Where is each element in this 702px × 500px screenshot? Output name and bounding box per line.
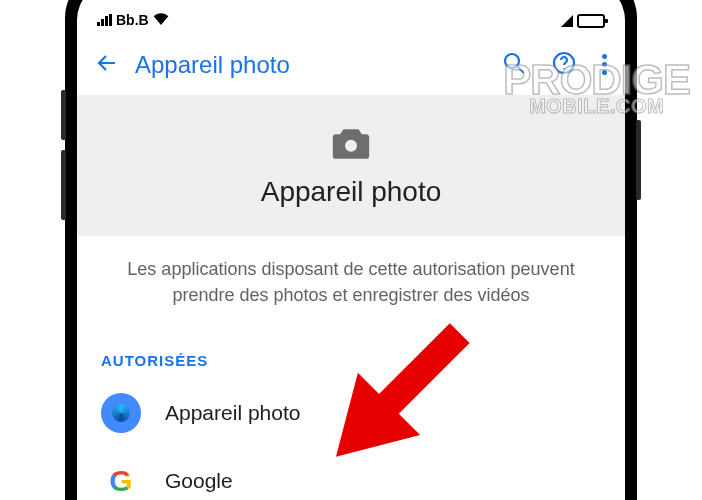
svg-point-5 [344,138,359,153]
volume-up-button [61,90,66,140]
app-label: Appareil photo [165,401,300,425]
power-button [636,120,641,200]
app-row[interactable]: G Google [77,447,625,500]
status-bar: Bb.B [77,0,625,34]
permission-hero: Appareil photo [77,96,625,236]
camera-icon [331,148,371,165]
app-label: Google [165,469,233,493]
cellular-signal-icon [97,14,112,26]
back-arrow-icon[interactable] [95,51,119,79]
volume-down-button [61,150,66,220]
watermark: PRODIGE MOBILE.COM [503,62,690,115]
carrier-label: Bb.B [116,12,149,28]
page-title: Appareil photo [135,51,486,79]
wifi-icon [153,12,169,28]
camera-app-icon [101,393,141,433]
watermark-line2: MOBILE.COM [503,98,690,115]
google-app-icon: G [101,461,141,500]
network-indicator-icon [561,15,573,27]
permission-title: Appareil photo [97,176,605,208]
battery-icon [577,14,605,28]
permission-description: Les applications disposant de cette auto… [77,236,625,328]
watermark-line1: PRODIGE [503,62,690,98]
app-row[interactable]: Appareil photo [77,379,625,447]
section-header-allowed: AUTORISÉES [77,328,625,379]
